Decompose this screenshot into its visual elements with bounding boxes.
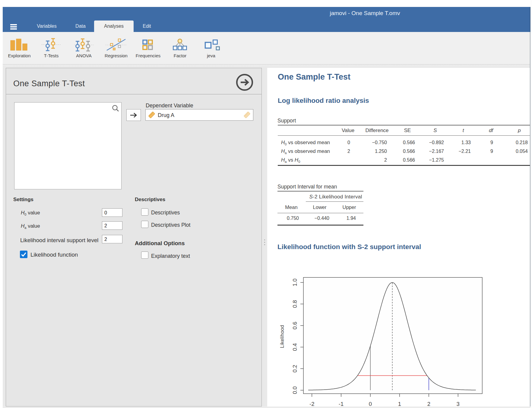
svg-text:0.2: 0.2 bbox=[292, 365, 298, 373]
svg-text:0.0: 0.0 bbox=[292, 386, 298, 394]
svg-text:0.4: 0.4 bbox=[292, 343, 298, 351]
svg-text:-2: -2 bbox=[309, 401, 314, 407]
svg-text:0.6: 0.6 bbox=[292, 322, 298, 330]
svg-text:3: 3 bbox=[457, 401, 460, 407]
svg-text:Likelihood: Likelihood bbox=[279, 325, 285, 348]
svg-text:2: 2 bbox=[427, 401, 430, 407]
svg-text:-1: -1 bbox=[339, 401, 344, 407]
svg-text:1: 1 bbox=[398, 401, 401, 407]
svg-text:0.8: 0.8 bbox=[292, 300, 298, 308]
svg-text:1.0: 1.0 bbox=[292, 279, 298, 286]
svg-text:0: 0 bbox=[369, 401, 372, 407]
